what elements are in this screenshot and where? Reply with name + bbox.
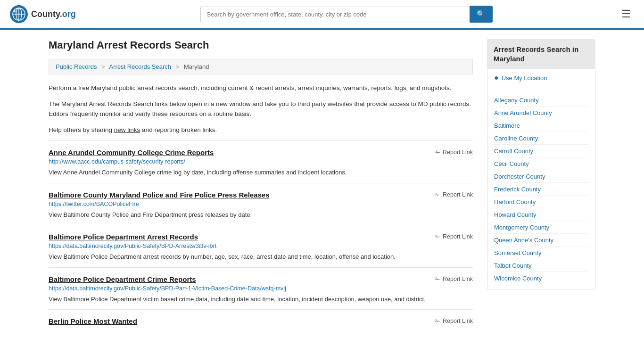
sidebar-county-link[interactable]: Allegany County <box>494 97 539 104</box>
result-desc: View Baltimore Police Department victim … <box>49 295 473 304</box>
content-area: Maryland Arrest Records Search Public Re… <box>49 39 473 333</box>
sidebar-county-link[interactable]: Anne Arundel County <box>494 109 552 116</box>
report-link-label: Report Link <box>443 191 473 198</box>
report-link-button[interactable]: ✁ Report Link <box>435 148 473 156</box>
sidebar-county-item: Carroll County <box>494 145 588 157</box>
report-link-label: Report Link <box>443 149 473 156</box>
sidebar-county-item: Cecil County <box>494 157 588 170</box>
sidebar-county-item: Baltimore <box>494 119 588 132</box>
hamburger-icon: ☰ <box>621 8 631 20</box>
result-url: https://twitter.com/BACOPoliceFire <box>49 201 473 207</box>
report-link-label: Report Link <box>443 233 473 240</box>
sidebar-location: ● Use My Location <box>494 74 588 88</box>
result-item: Anne Arundel Community College Crime Rep… <box>49 140 473 183</box>
sidebar-county-item: Montgomery County <box>494 221 588 234</box>
breadcrumb-maryland: Maryland <box>184 63 209 70</box>
sidebar-county-item: Frederick County <box>494 183 588 196</box>
sidebar-county-link[interactable]: Somerset County <box>494 249 541 256</box>
report-link-label: Report Link <box>443 276 473 282</box>
description-3-prefix: Help others by sharing <box>49 126 114 133</box>
result-header: Baltimore County Maryland Police and Fir… <box>49 191 473 199</box>
result-header: Baltimore Police Department Crime Report… <box>49 275 473 283</box>
scissors-icon: ✁ <box>435 233 440 240</box>
result-url: https://data.baltimorecity.gov/Public-Sa… <box>49 243 473 249</box>
scissors-icon: ✁ <box>435 275 440 283</box>
report-link-button[interactable]: ✁ Report Link <box>435 275 473 283</box>
result-title[interactable]: Baltimore Police Department Crime Report… <box>49 275 196 283</box>
search-bar: 🔍 <box>200 6 493 23</box>
result-title[interactable]: Baltimore County Maryland Police and Fir… <box>49 191 270 199</box>
logo-text: County.org <box>31 9 76 19</box>
sidebar-county-item: Harford County <box>494 196 588 208</box>
sidebar: Arrest Records Search in Maryland ● Use … <box>487 39 595 333</box>
hamburger-button[interactable]: ☰ <box>618 6 635 22</box>
result-item: Berlin Police Most Wanted ✁ Report Link <box>49 309 473 333</box>
breadcrumb-public-records[interactable]: Public Records <box>56 63 97 70</box>
sidebar-county-item: Wicomico County <box>494 272 588 284</box>
sidebar-content: ● Use My Location Allegany CountyAnne Ar… <box>487 69 595 289</box>
sidebar-county-link[interactable]: Howard County <box>494 211 537 218</box>
result-header: Berlin Police Most Wanted ✁ Report Link <box>49 317 473 325</box>
use-my-location-link[interactable]: Use My Location <box>502 74 547 82</box>
result-url: http://www.aacc.edu/campus-safety/securi… <box>49 158 473 165</box>
sidebar-county-item: Talbot County <box>494 259 588 272</box>
result-header: Anne Arundel Community College Crime Rep… <box>49 148 473 156</box>
result-title[interactable]: Berlin Police Most Wanted <box>49 317 137 325</box>
sidebar-county-item: Allegany County <box>494 94 588 107</box>
result-desc: View Baltimore Police Department arrest … <box>49 252 473 262</box>
sidebar-county-link[interactable]: Montgomery County <box>494 224 549 231</box>
sidebar-county-link[interactable]: Talbot County <box>494 262 532 269</box>
description-3: Help others by sharing new links and rep… <box>49 125 473 135</box>
result-title[interactable]: Baltimore Police Department Arrest Recor… <box>49 233 198 241</box>
new-links-link[interactable]: new links <box>114 126 140 133</box>
search-icon: 🔍 <box>477 10 486 18</box>
sidebar-heading: Arrest Records Search in Maryland <box>487 39 595 69</box>
scissors-icon: ✁ <box>435 317 440 325</box>
sidebar-county-item: Queen Anne's County <box>494 234 588 247</box>
sidebar-county-link[interactable]: Frederick County <box>494 186 541 193</box>
page-title: Maryland Arrest Records Search <box>49 39 473 51</box>
report-link-button[interactable]: ✁ Report Link <box>435 317 473 325</box>
scissors-icon: ✁ <box>435 191 440 198</box>
sidebar-county-item: Caroline County <box>494 132 588 145</box>
logo-area: County.org <box>9 5 76 24</box>
sidebar-county-link[interactable]: Harford County <box>494 198 536 206</box>
breadcrumb-arrest-records[interactable]: Arrest Records Search <box>109 63 172 70</box>
site-header: County.org 🔍 ☰ <box>0 0 644 30</box>
result-url: https://data.baltimorecity.gov/Public-Sa… <box>49 285 473 292</box>
result-desc: View Baltimore County Police and Fire De… <box>49 210 473 220</box>
description-1: Perform a free Maryland public arrest re… <box>49 83 473 93</box>
result-item: Baltimore Police Department Arrest Recor… <box>49 225 473 267</box>
description-3-suffix: and reporting broken links. <box>140 126 217 133</box>
sidebar-county-link[interactable]: Cecil County <box>494 160 529 167</box>
breadcrumb-sep-1: > <box>101 63 105 70</box>
sidebar-county-link[interactable]: Wicomico County <box>494 275 542 282</box>
location-icon: ● <box>494 74 499 82</box>
result-title[interactable]: Anne Arundel Community College Crime Rep… <box>49 148 214 156</box>
description-2: The Maryland Arrest Records Search links… <box>49 99 473 119</box>
sidebar-county-link[interactable]: Dorchester County <box>494 173 545 180</box>
breadcrumb-sep-2: > <box>176 63 180 70</box>
scissors-icon: ✁ <box>435 148 440 156</box>
report-link-button[interactable]: ✁ Report Link <box>435 233 473 240</box>
logo-icon <box>9 5 28 24</box>
result-desc: View Anne Arundel Community College crim… <box>49 168 473 177</box>
search-button[interactable]: 🔍 <box>470 6 493 23</box>
sidebar-county-link[interactable]: Carroll County <box>494 148 533 155</box>
result-header: Baltimore Police Department Arrest Recor… <box>49 233 473 241</box>
svg-point-5 <box>14 10 16 13</box>
sidebar-county-item: Somerset County <box>494 247 588 259</box>
report-link-button[interactable]: ✁ Report Link <box>435 191 473 198</box>
breadcrumb: Public Records > Arrest Records Search >… <box>49 59 473 74</box>
sidebar-county-item: Anne Arundel County <box>494 107 588 119</box>
report-link-label: Report Link <box>443 318 473 324</box>
sidebar-county-item: Dorchester County <box>494 170 588 183</box>
sidebar-county-link[interactable]: Queen Anne's County <box>494 237 553 244</box>
sidebar-county-link[interactable]: Baltimore <box>494 122 520 129</box>
result-item: Baltimore County Maryland Police and Fir… <box>49 183 473 225</box>
sidebar-county-link[interactable]: Caroline County <box>494 135 538 142</box>
county-list: Allegany CountyAnne Arundel CountyBaltim… <box>494 94 588 284</box>
search-input[interactable] <box>200 7 470 22</box>
result-item: Baltimore Police Department Crime Report… <box>49 267 473 310</box>
sidebar-county-item: Howard County <box>494 208 588 221</box>
